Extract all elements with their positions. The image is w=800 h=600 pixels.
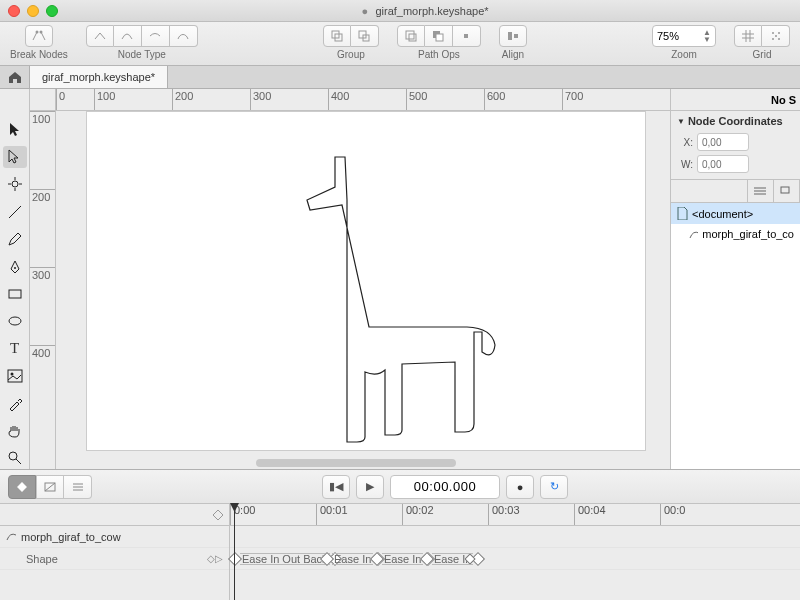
grid-2-button[interactable]: [762, 25, 790, 47]
node-tool[interactable]: [3, 146, 27, 167]
timeline-mode-list[interactable]: [64, 475, 92, 499]
panel-tab-empty[interactable]: [671, 180, 748, 202]
ruler-tick: 200: [172, 89, 250, 110]
node-type-2-button[interactable]: [114, 25, 142, 47]
node-type-1-button[interactable]: [86, 25, 114, 47]
text-tool[interactable]: T: [3, 338, 27, 359]
marker-icon: [213, 510, 223, 520]
pathop-1-button[interactable]: [397, 25, 425, 47]
zoom-field[interactable]: 75% ▲▼: [652, 25, 716, 47]
loop-icon: ↻: [550, 480, 559, 493]
zoom-group: 75% ▲▼ Zoom: [652, 25, 716, 60]
tab-label: giraf_morph.keyshape*: [42, 71, 155, 83]
vertical-ruler[interactable]: 100 200 300 400: [30, 111, 56, 469]
ruler-tick: 0: [56, 89, 94, 110]
eyedropper-tool[interactable]: [3, 393, 27, 414]
giraffe-shape[interactable]: [267, 152, 497, 452]
svg-rect-28: [18, 482, 26, 490]
svg-line-30: [45, 483, 55, 491]
pathop-3-button[interactable]: [453, 25, 481, 47]
align-label: Align: [502, 49, 524, 60]
svg-line-26: [16, 459, 21, 464]
tree-shape-item[interactable]: morph_giraf_to_co: [671, 224, 800, 244]
close-window-button[interactable]: [8, 5, 20, 17]
panel-tab-align[interactable]: [748, 180, 774, 202]
canvas-viewport[interactable]: [56, 111, 670, 469]
svg-point-0: [35, 31, 38, 34]
image-tool[interactable]: [3, 366, 27, 387]
tree-document-item[interactable]: <document>: [671, 203, 800, 224]
inspector-panel: No S ▼ Node Coordinates X: W: <document>: [670, 89, 800, 469]
minimize-window-button[interactable]: [27, 5, 39, 17]
time-tick: 00:0: [660, 504, 746, 525]
svg-point-20: [14, 267, 16, 269]
pencil-tool[interactable]: [3, 229, 27, 250]
maximize-window-button[interactable]: [46, 5, 58, 17]
canvas-page[interactable]: [86, 111, 646, 451]
group-button[interactable]: [323, 25, 351, 47]
timeline-object-row[interactable]: morph_giraf_to_cow: [0, 526, 229, 548]
svg-rect-9: [436, 34, 443, 41]
document-tab[interactable]: giraf_morph.keyshape*: [30, 66, 168, 88]
ruler-tick: 500: [406, 89, 484, 110]
timeline-object-track[interactable]: [230, 526, 800, 548]
line-tool[interactable]: [3, 201, 27, 222]
node-coordinates-header[interactable]: ▼ Node Coordinates: [671, 111, 800, 131]
node-type-icon: [149, 31, 161, 41]
record-button[interactable]: ●: [506, 475, 534, 499]
timeline-mode-graph[interactable]: [36, 475, 64, 499]
ungroup-icon: [358, 30, 370, 42]
w-input[interactable]: [697, 155, 749, 173]
grid-1-button[interactable]: [734, 25, 762, 47]
time-display[interactable]: 00:00.000: [390, 475, 500, 499]
timeline-shape-track[interactable]: Ease In Out Back Ease In Ease In Ease In: [230, 548, 800, 570]
home-tab[interactable]: [0, 66, 30, 88]
svg-point-13: [772, 32, 774, 34]
playhead[interactable]: [234, 504, 235, 600]
node-arrow-icon: [7, 149, 23, 165]
x-input[interactable]: [697, 133, 749, 151]
horizontal-ruler[interactable]: 0 100 200 300 400 500 600 700: [56, 89, 670, 111]
horizontal-scrollbar[interactable]: [256, 459, 456, 467]
align-button[interactable]: [499, 25, 527, 47]
ruler-tick: 300: [30, 267, 55, 345]
loop-button[interactable]: ↻: [540, 475, 568, 499]
keyframe-nav[interactable]: ◇▷: [207, 553, 223, 564]
line-icon: [7, 204, 23, 220]
panel-tab-layers[interactable]: [774, 180, 800, 202]
ruler-tick: 400: [328, 89, 406, 110]
svg-point-16: [778, 38, 780, 40]
eyedropper-icon: [7, 396, 23, 412]
timeline-mode-keyframes[interactable]: [8, 475, 36, 499]
svg-rect-11: [508, 32, 512, 40]
pathop-2-button[interactable]: [425, 25, 453, 47]
ellipse-tool[interactable]: [3, 311, 27, 332]
grid-group: Grid: [734, 25, 790, 60]
grid-label: Grid: [753, 49, 772, 60]
pen-tool[interactable]: [3, 256, 27, 277]
anchor-tool[interactable]: [3, 174, 27, 195]
node-type-3-button[interactable]: [142, 25, 170, 47]
hand-tool[interactable]: [3, 420, 27, 441]
node-type-4-button[interactable]: [170, 25, 198, 47]
play-button[interactable]: ▶: [356, 475, 384, 499]
tree-item-label: morph_giraf_to_co: [702, 228, 794, 240]
ungroup-button[interactable]: [351, 25, 379, 47]
timeline-ruler[interactable]: 0:00 00:01 00:02 00:03 00:04 00:0: [230, 504, 800, 526]
timeline-body: morph_giraf_to_cow Shape ◇▷ 0:00 00:01 0…: [0, 504, 800, 600]
break-nodes-button[interactable]: [25, 25, 53, 47]
ruler-tick: 700: [562, 89, 640, 110]
zoom-tool[interactable]: [3, 448, 27, 469]
timeline-controls: ▮◀ ▶ 00:00.000 ● ↻: [0, 470, 800, 504]
rect-tool[interactable]: [3, 283, 27, 304]
align-group: Align: [499, 25, 527, 60]
list-mode-icon: [71, 481, 85, 493]
timeline-property-label: Shape: [26, 553, 58, 565]
timeline-tracks[interactable]: 0:00 00:01 00:02 00:03 00:04 00:0 Ease I…: [230, 504, 800, 600]
svg-rect-6: [406, 31, 414, 39]
go-to-start-button[interactable]: ▮◀: [322, 475, 350, 499]
layers-icon: [780, 186, 792, 196]
grid-dots-icon: [770, 30, 782, 42]
timeline-property-row[interactable]: Shape ◇▷: [0, 548, 229, 570]
selection-tool[interactable]: [3, 119, 27, 140]
